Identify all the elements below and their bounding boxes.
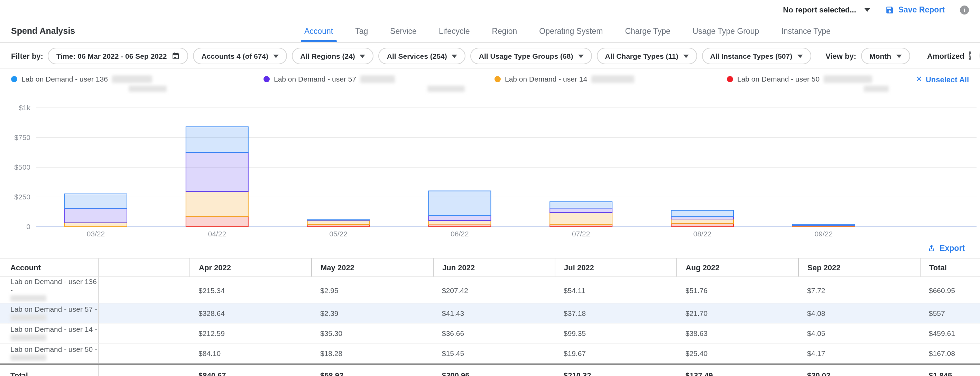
chevron-down-icon <box>578 55 583 58</box>
report-selector[interactable]: No report selected... <box>783 6 870 14</box>
redacted-text <box>864 86 889 92</box>
bar-segment-lab-on-demand-user-57-08-22[interactable] <box>671 217 733 219</box>
table-row-lab-on-demand-user-57: Lab on Demand - user 57 -$328.64$2.39$41… <box>0 303 980 323</box>
x-axis-tick-label: 07/22 <box>572 230 590 238</box>
bar-segment-lab-on-demand-user-57-04-22[interactable] <box>186 152 248 192</box>
bar-segment-lab-on-demand-user-50-07-22[interactable] <box>550 224 612 227</box>
legend-item-lab-on-demand-user-136[interactable]: Lab on Demand - user 136 <box>11 75 264 83</box>
tab-usage-type-group[interactable]: Usage Type Group <box>693 19 759 42</box>
value-cell: $99.35 <box>555 323 676 343</box>
account-name: Lab on Demand - user 57 - <box>10 305 98 313</box>
bar-segment-lab-on-demand-user-57-03-22[interactable] <box>65 208 127 223</box>
tab-charge-type[interactable]: Charge Type <box>625 19 670 42</box>
legend-label: Lab on Demand - user 14 <box>505 75 587 83</box>
column-header-aug-2022: Aug 2022 <box>676 258 798 277</box>
export-button[interactable]: Export <box>927 244 965 252</box>
bar-segment-lab-on-demand-user-50-04-22[interactable] <box>186 217 248 227</box>
filter-pill-instance-types[interactable]: All Instance Types (507) <box>702 48 811 64</box>
x-axis-tick-label: 03/22 <box>87 230 105 238</box>
filter-pill-regions[interactable]: All Regions (24) <box>292 48 374 64</box>
tab-instance-type[interactable]: Instance Type <box>781 19 830 42</box>
value-cell: $25.40 <box>676 343 798 364</box>
chevron-down-icon <box>452 55 458 58</box>
tab-account[interactable]: Account <box>304 19 333 42</box>
save-report-button[interactable]: Save Report <box>885 5 945 14</box>
filter-pill-services[interactable]: All Services (254) <box>379 48 466 64</box>
bar-segment-lab-on-demand-user-136-07-22[interactable] <box>550 202 612 208</box>
column-header-may-2022: May 2022 <box>311 258 433 277</box>
legend-item-lab-on-demand-user-57[interactable]: Lab on Demand - user 57 <box>264 75 495 83</box>
spacer-cell <box>98 343 189 364</box>
filter-pill-charge-types[interactable]: All Charge Types (11) <box>597 48 697 64</box>
bar-segment-lab-on-demand-user-57-06-22[interactable] <box>428 216 491 221</box>
view-by-dropdown[interactable]: Month <box>861 48 910 64</box>
filter-bar: Filter by: Time: 06 Mar 2022 - 06 Sep 20… <box>0 43 980 69</box>
value-cell: $15.45 <box>433 343 555 364</box>
value-cell: $84.10 <box>189 343 311 364</box>
bar-segment-lab-on-demand-user-14-07-22[interactable] <box>550 213 612 224</box>
bar-segment-lab-on-demand-user-136-05-22[interactable] <box>307 220 370 220</box>
bar-segment-lab-on-demand-user-50-08-22[interactable] <box>671 224 733 227</box>
chevron-down-icon <box>797 55 803 58</box>
legend-label: Lab on Demand - user 136 <box>21 75 108 83</box>
value-cell: $4.17 <box>798 343 920 364</box>
filter-pill-time[interactable]: Time: 06 Mar 2022 - 06 Sep 2022 <box>48 48 188 64</box>
spend-chart[interactable]: $1k$750$500$250003/2204/2205/2206/2207/2… <box>0 98 980 240</box>
unselect-all-button[interactable]: ✕ Unselect All <box>916 75 969 84</box>
filter-pill-accounts[interactable]: Accounts 4 (of 674) <box>193 48 287 64</box>
bar-segment-lab-on-demand-user-136-06-22[interactable] <box>428 191 491 215</box>
x-axis-tick-label: 05/22 <box>329 230 348 238</box>
filter-pill-usage-type-groups[interactable]: All Usage Type Groups (68) <box>471 48 592 64</box>
info-icon-amortized[interactable]: i <box>969 51 971 60</box>
redacted-text <box>10 334 46 340</box>
bar-segment-lab-on-demand-user-136-08-22[interactable] <box>671 211 733 217</box>
redacted-text <box>10 314 46 320</box>
filter-pill-label: Time: 06 Mar 2022 - 06 Sep 2022 <box>56 51 167 60</box>
row-total-cell: $459.61 <box>920 323 980 343</box>
tab-operating-system[interactable]: Operating System <box>539 19 603 42</box>
value-cell: $36.66 <box>433 323 555 343</box>
chevron-down-icon <box>273 55 279 58</box>
topbar: No report selected... Save Report i <box>0 0 980 19</box>
filter-pill-label: All Charge Types (11) <box>605 51 678 60</box>
bar-segment-lab-on-demand-user-14-05-22[interactable] <box>307 221 370 225</box>
tab-service[interactable]: Service <box>390 19 417 42</box>
value-cell: $328.64 <box>189 303 311 323</box>
account-name: Lab on Demand - user 50 - <box>10 344 98 353</box>
bar-segment-lab-on-demand-user-57-07-22[interactable] <box>550 208 612 213</box>
value-cell: $54.11 <box>555 277 676 303</box>
account-name: Lab on Demand - user 136 - <box>10 277 98 294</box>
legend-item-lab-on-demand-user-50[interactable]: Lab on Demand - user 50 <box>727 75 872 83</box>
redacted-text <box>427 86 465 92</box>
legend-label: Lab on Demand - user 50 <box>737 75 819 83</box>
legend-dot <box>264 76 270 82</box>
redacted-text <box>10 354 46 360</box>
bar-segment-lab-on-demand-user-14-06-22[interactable] <box>428 221 491 225</box>
bar-segment-lab-on-demand-user-136-09-22[interactable] <box>792 224 855 225</box>
bar-segment-lab-on-demand-user-14-08-22[interactable] <box>671 219 733 224</box>
value-cell: $35.30 <box>311 323 433 343</box>
bar-segment-lab-on-demand-user-136-03-22[interactable] <box>65 194 127 208</box>
legend-item-lab-on-demand-user-14[interactable]: Lab on Demand - user 14 <box>495 75 727 83</box>
save-report-label: Save Report <box>898 6 945 14</box>
info-icon[interactable]: i <box>960 5 969 14</box>
tab-region[interactable]: Region <box>492 19 517 42</box>
bar-segment-lab-on-demand-user-136-04-22[interactable] <box>186 127 248 152</box>
chart-legend: Lab on Demand - user 136Lab on Demand - … <box>0 69 980 98</box>
filter-pill-label: All Usage Type Groups (68) <box>479 51 573 60</box>
spend-table: AccountApr 2022May 2022Jun 2022Jul 2022A… <box>0 258 980 376</box>
report-selector-label: No report selected... <box>783 6 856 14</box>
filter-pill-label: All Instance Types (507) <box>710 51 792 60</box>
value-cell: $215.34 <box>189 277 311 303</box>
tab-lifecycle[interactable]: Lifecycle <box>439 19 470 42</box>
filter-pill-label: All Services (254) <box>387 51 447 60</box>
bar-segment-lab-on-demand-user-14-04-22[interactable] <box>186 192 248 217</box>
column-header-sep-2022: Sep 2022 <box>798 258 920 277</box>
filter-pill-label: All Regions (24) <box>300 51 355 60</box>
spacer-cell <box>98 364 189 376</box>
bar-segment-lab-on-demand-user-14-03-22[interactable] <box>65 223 127 227</box>
spacer-column <box>98 258 189 277</box>
redacted-text <box>824 75 872 82</box>
tab-tag[interactable]: Tag <box>355 19 368 42</box>
account-cell: Lab on Demand - user 57 - <box>0 303 98 323</box>
